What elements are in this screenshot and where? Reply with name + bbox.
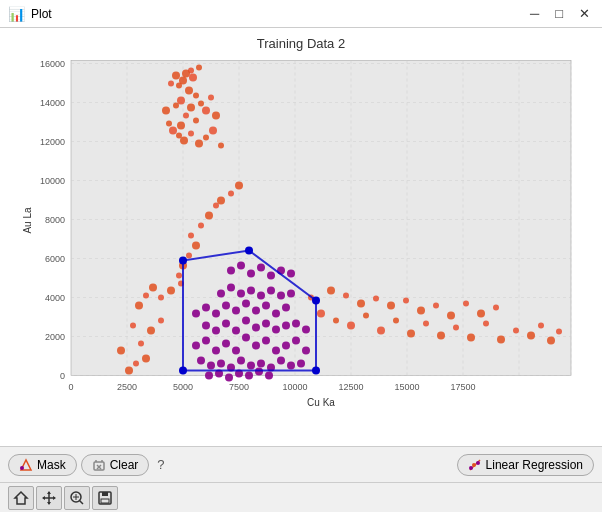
svg-point-192 (179, 257, 187, 265)
svg-point-163 (242, 300, 250, 308)
svg-point-94 (158, 295, 164, 301)
svg-point-112 (327, 287, 335, 295)
svg-point-46 (185, 87, 193, 95)
svg-line-215 (80, 500, 84, 504)
mask-icon (19, 458, 33, 472)
svg-rect-0 (71, 61, 571, 376)
svg-point-106 (188, 233, 194, 239)
svg-point-75 (423, 321, 429, 327)
svg-point-169 (227, 284, 235, 292)
svg-point-73 (393, 318, 399, 324)
toolbar: Mask Clear ? Linear Regression (0, 446, 602, 482)
svg-point-85 (556, 329, 562, 335)
pan-button[interactable] (36, 486, 62, 510)
svg-point-98 (133, 361, 139, 367)
svg-point-57 (208, 95, 214, 101)
svg-point-47 (193, 93, 199, 99)
svg-point-38 (172, 72, 180, 80)
svg-point-44 (196, 65, 202, 71)
svg-point-119 (433, 303, 439, 309)
svg-point-204 (469, 466, 473, 470)
zoom-button[interactable] (64, 486, 90, 510)
svg-text:16000: 16000 (40, 59, 65, 69)
regression-button[interactable]: Linear Regression (457, 454, 594, 476)
svg-point-165 (262, 302, 270, 310)
svg-point-107 (192, 242, 200, 250)
svg-text:Au La: Au La (22, 207, 33, 234)
scatter-plot[interactable]: 0 2000 4000 6000 8000 10000 12000 14000 … (21, 53, 581, 413)
svg-rect-220 (101, 499, 109, 503)
minimize-button[interactable]: ─ (526, 7, 543, 20)
svg-point-205 (472, 463, 476, 467)
svg-point-102 (213, 203, 219, 209)
svg-marker-210 (47, 491, 51, 494)
svg-point-191 (179, 367, 187, 375)
svg-point-206 (476, 461, 480, 465)
svg-point-70 (347, 322, 355, 330)
svg-point-108 (186, 253, 192, 259)
svg-point-182 (287, 270, 295, 278)
plot-area[interactable]: 0 2000 4000 6000 8000 10000 12000 14000 … (21, 53, 581, 413)
svg-text:0: 0 (68, 382, 73, 392)
svg-point-193 (245, 247, 253, 255)
clear-button[interactable]: Clear (81, 454, 150, 476)
svg-point-149 (222, 320, 230, 328)
svg-point-86 (138, 341, 144, 347)
svg-point-133 (282, 342, 290, 350)
svg-point-187 (245, 372, 253, 380)
svg-point-146 (297, 360, 305, 368)
svg-point-101 (205, 212, 213, 220)
close-button[interactable]: ✕ (575, 7, 594, 20)
svg-point-88 (158, 318, 164, 324)
svg-point-72 (377, 327, 385, 335)
svg-text:5000: 5000 (173, 382, 193, 392)
svg-point-144 (277, 357, 285, 365)
svg-point-54 (202, 107, 210, 115)
svg-point-61 (176, 133, 182, 139)
titlebar-controls: ─ □ ✕ (526, 7, 594, 20)
svg-point-74 (407, 330, 415, 338)
svg-point-156 (292, 320, 300, 328)
svg-point-93 (149, 284, 157, 292)
svg-point-140 (237, 357, 245, 365)
svg-text:4000: 4000 (45, 293, 65, 303)
svg-point-89 (117, 347, 125, 355)
svg-point-153 (262, 320, 270, 328)
svg-point-116 (387, 302, 395, 310)
svg-point-52 (187, 104, 195, 112)
maximize-button[interactable]: □ (551, 7, 567, 20)
mask-label: Mask (37, 458, 66, 472)
save-icon (97, 490, 113, 506)
svg-point-177 (237, 262, 245, 270)
zoom-icon (69, 490, 85, 506)
svg-point-174 (277, 292, 285, 300)
svg-point-49 (173, 103, 179, 109)
svg-point-161 (222, 302, 230, 310)
plot-container: Training Data 2 0 (0, 28, 602, 446)
svg-text:0: 0 (60, 371, 65, 381)
svg-point-105 (235, 182, 243, 190)
mask-button[interactable]: Mask (8, 454, 77, 476)
svg-point-55 (193, 118, 199, 124)
svg-point-148 (212, 327, 220, 335)
svg-point-175 (287, 290, 295, 298)
svg-point-126 (212, 347, 220, 355)
svg-point-68 (317, 310, 325, 318)
svg-text:10000: 10000 (40, 176, 65, 186)
svg-point-136 (197, 357, 205, 365)
svg-point-71 (363, 313, 369, 319)
svg-point-53 (198, 101, 204, 107)
svg-point-60 (169, 127, 177, 135)
svg-point-194 (312, 297, 320, 305)
titlebar: 📊 Plot ─ □ ✕ (0, 0, 602, 28)
svg-text:2000: 2000 (45, 332, 65, 342)
svg-text:6000: 6000 (45, 254, 65, 264)
save-button[interactable] (92, 486, 118, 510)
home-button[interactable] (8, 486, 34, 510)
svg-marker-213 (53, 496, 56, 500)
svg-marker-207 (15, 492, 27, 504)
svg-point-51 (183, 113, 189, 119)
svg-point-185 (225, 374, 233, 382)
svg-point-64 (195, 140, 203, 148)
regression-label: Linear Regression (486, 458, 583, 472)
